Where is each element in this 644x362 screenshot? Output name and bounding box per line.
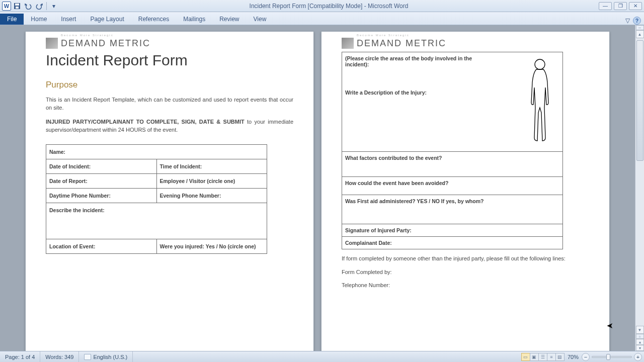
form-table-1: Name: Date of Incident: Time of Incident… (46, 144, 267, 254)
ribbon-tabs: File Home Insert Page Layout References … (0, 12, 644, 25)
tab-insert[interactable]: Insert (54, 14, 83, 25)
tab-page-layout[interactable]: Page Layout (83, 14, 131, 25)
cell-firstaid[interactable]: Was First aid administered? YES / NO If … (342, 195, 563, 224)
split-button[interactable]: ─ (636, 25, 644, 30)
logo-text: DEMAND METRIC (61, 38, 150, 49)
save-icon[interactable] (12, 2, 22, 11)
tab-home[interactable]: Home (24, 14, 54, 25)
document-area: Become More Strategic DEMAND METRIC Inci… (0, 25, 635, 351)
zoom-handle[interactable] (606, 354, 610, 360)
zoom-in-button[interactable]: + (634, 353, 642, 361)
page-2[interactable]: Become More Strategic DEMAND METRIC (Ple… (321, 31, 610, 351)
vertical-scrollbar[interactable]: ─ ▲ ▼ ○ ▴ ▾ (635, 25, 644, 351)
logo: DEMAND METRIC (46, 38, 293, 49)
instruction-text: INJURED PARTY/COMPLAINANT TO COMPLETE, S… (46, 118, 293, 134)
svg-rect-1 (15, 4, 19, 6)
page-title: Incident Report Form (46, 52, 293, 69)
logo-mark-icon-2 (342, 38, 354, 49)
scroll-thumb[interactable] (636, 40, 643, 161)
logo-tagline-2: Become More Strategic (357, 34, 589, 37)
cell-day-phone[interactable]: Daytime Phone Number: (46, 188, 157, 203)
window-title: Incident Report Form [Compatibility Mode… (59, 3, 599, 10)
logo-2: DEMAND METRIC (342, 38, 589, 49)
cell-avoided[interactable]: How could the event have been avoided? (342, 177, 563, 195)
browse-object-icon[interactable]: ○ (636, 334, 644, 339)
cell-eve-phone[interactable]: Evening Phone Number: (156, 188, 267, 203)
cell-complainant-date[interactable]: Complainant Date: (342, 237, 563, 249)
tab-view[interactable]: View (247, 14, 274, 25)
cell-signature[interactable]: Signature of Injured Party: (342, 224, 563, 237)
tab-references[interactable]: References (131, 14, 176, 25)
status-language-label: English (U.S.) (93, 354, 127, 360)
svg-point-3 (535, 59, 545, 69)
view-web-layout-icon[interactable]: ☰ (538, 353, 547, 361)
footer-note-3: Telephone Number: (342, 281, 589, 290)
cell-employee-visitor[interactable]: Employee / Visitor (circle one) (156, 173, 267, 188)
cell-time-incident[interactable]: Time of Incident: (156, 159, 267, 173)
scroll-down-icon[interactable]: ▼ (636, 326, 644, 334)
section-purpose: Purpose (46, 80, 293, 90)
tab-file[interactable]: File (0, 14, 24, 25)
svg-rect-2 (16, 7, 19, 9)
cell-describe-incident[interactable]: Describe the incident: (46, 203, 267, 239)
word-app-icon[interactable]: W (2, 2, 11, 11)
cell-were-injured[interactable]: Were you injured: Yes / No (circle one) (156, 239, 267, 253)
cell-location[interactable]: Location of Event: (46, 239, 157, 253)
cell-date-report[interactable]: Date of Report: (46, 173, 157, 188)
view-print-layout-icon[interactable]: ▭ (521, 353, 530, 361)
view-outline-icon[interactable]: ≡ (547, 353, 556, 361)
qat-separator (46, 2, 47, 10)
status-right: ▭ ▣ ☰ ≡ ▤ 70% − + (522, 353, 644, 361)
close-button[interactable]: ✕ (629, 2, 642, 10)
proofing-icon (84, 354, 91, 360)
body-outline-icon (522, 57, 557, 143)
help-icon[interactable]: ? (633, 17, 641, 25)
view-full-screen-icon[interactable]: ▣ (530, 353, 539, 361)
logo-text-2: DEMAND METRIC (357, 38, 446, 49)
next-page-icon[interactable]: ▾ (636, 345, 644, 351)
logo-tagline: Become More Strategic (61, 34, 293, 37)
cell-circle-areas-label: (Please circle the areas of the body inv… (345, 55, 474, 67)
undo-icon[interactable] (23, 2, 33, 11)
footer-note-1: If form completed by someone other than … (342, 254, 589, 263)
footer-note-2: Form Completed by: (342, 268, 589, 277)
status-bar: Page: 1 of 4 Words: 349 English (U.S.) ▭… (0, 351, 644, 362)
tab-review[interactable]: Review (212, 14, 246, 25)
status-page[interactable]: Page: 1 of 4 (0, 351, 40, 362)
status-language[interactable]: English (U.S.) (79, 351, 133, 362)
redo-icon[interactable] (34, 2, 44, 11)
qat-customize-icon[interactable]: ▾ (49, 2, 59, 11)
form-table-2: (Please circle the areas of the body inv… (342, 52, 563, 249)
zoom-out-button[interactable]: − (582, 353, 590, 361)
window-controls: ― ❐ ✕ (599, 2, 644, 10)
cell-date-incident[interactable]: Date of Incident: (46, 159, 157, 173)
scroll-up-icon[interactable]: ▲ (636, 30, 644, 38)
tab-mailings[interactable]: Mailings (176, 14, 212, 25)
zoom-slider[interactable] (592, 356, 632, 358)
zoom-percent[interactable]: 70% (568, 354, 579, 360)
prev-page-icon[interactable]: ▴ (636, 339, 644, 345)
quick-access-toolbar: W ▾ (0, 2, 59, 11)
restore-button[interactable]: ❐ (614, 2, 627, 10)
page-1[interactable]: Become More Strategic DEMAND METRIC Inci… (25, 31, 314, 351)
view-draft-icon[interactable]: ▤ (555, 353, 565, 361)
intro-text: This is an Incident Report Template, whi… (46, 96, 293, 112)
cell-name[interactable]: Name: (46, 144, 267, 159)
minimize-button[interactable]: ― (599, 2, 612, 10)
title-bar: W ▾ Incident Report Form [Compatibility … (0, 0, 644, 12)
instruction-bold: INJURED PARTY/COMPLAINANT TO COMPLETE, S… (46, 119, 245, 125)
ribbon-minimize-icon[interactable]: ▽ (625, 17, 630, 24)
cell-factors[interactable]: What factors contributed to the event? (342, 152, 563, 177)
cell-body-diagram[interactable]: (Please circle the areas of the body inv… (342, 52, 563, 152)
logo-mark-icon (46, 38, 58, 49)
status-words[interactable]: Words: 349 (40, 351, 79, 362)
